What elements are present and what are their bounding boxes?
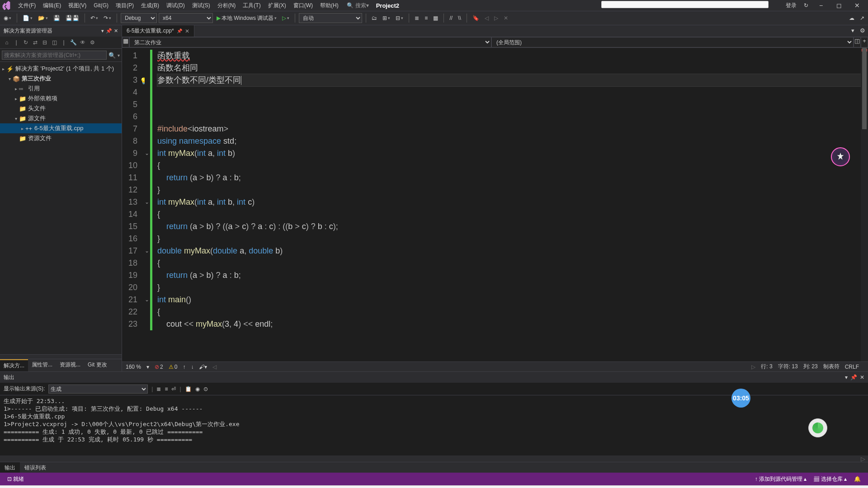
live-share-button[interactable]: ☁ (847, 13, 856, 23)
split-icon[interactable]: ◫ (854, 37, 861, 47)
uncomment-button[interactable]: \\ (456, 13, 463, 23)
close-tab-icon[interactable]: ✕ (185, 28, 189, 34)
select-repo-button[interactable]: ▦ 选择仓库 ▴ (810, 475, 850, 483)
indent-mode[interactable]: 制表符 (823, 363, 840, 371)
panel-pin-icon[interactable]: 📌 (106, 28, 112, 34)
refresh-icon[interactable]: ↻ (22, 38, 30, 47)
comment-out-button[interactable]: // (448, 13, 454, 23)
member-dropdown[interactable]: (全局范围) (491, 37, 854, 47)
project-node[interactable]: ▾📦第三次作业 (0, 74, 122, 84)
output-tab[interactable]: 输出 (0, 462, 20, 473)
menu-item[interactable]: 项目(P) (112, 2, 137, 9)
auto-dropdown[interactable]: 自动 (299, 13, 362, 23)
toolbox-button[interactable]: 🗂 (370, 13, 379, 23)
pin-icon[interactable]: 📌 (850, 374, 857, 380)
layout-button[interactable]: ⊞▾ (381, 13, 392, 23)
menu-item[interactable]: 分析(N) (214, 2, 240, 9)
editor-options-icon[interactable]: ▾ (849, 25, 857, 37)
scope-dropdown[interactable]: 第二次作业 (129, 37, 491, 47)
bookmark-button[interactable]: 🔖 (471, 13, 481, 23)
sync-icon[interactable]: ⇄ (31, 38, 39, 47)
home-icon[interactable]: ⌂ (3, 38, 11, 47)
platform-dropdown[interactable]: x64 (159, 13, 213, 23)
references-node[interactable]: ▸▫▫引用 (0, 84, 122, 94)
output-tab[interactable]: 错误列表 (20, 462, 51, 473)
indent-button[interactable]: ≣ (413, 13, 421, 23)
menu-item[interactable]: 工具(T) (239, 2, 264, 9)
menu-item[interactable]: 测试(S) (189, 2, 214, 9)
menu-item[interactable]: 窗口(W) (290, 2, 316, 9)
properties-icon[interactable]: 🔧 (69, 38, 77, 47)
search-area[interactable]: 🔍 搜索 ▾ (347, 2, 369, 9)
clear-icon[interactable]: ≣ (156, 386, 161, 392)
close-button[interactable]: ✕ (848, 0, 866, 11)
maximize-button[interactable]: ◻ (830, 0, 848, 11)
zoom-level[interactable]: 160 % (126, 364, 141, 370)
assistant-widget[interactable] (808, 418, 827, 437)
copilot-widget[interactable] (831, 147, 850, 166)
clock-icon[interactable]: ⊙ (203, 386, 208, 392)
resources-node[interactable]: 📁资源文件 (0, 133, 122, 143)
debug-button[interactable]: ▶本地 Windows 调试器▾ (215, 13, 278, 23)
open-button[interactable]: 📂▾ (36, 13, 50, 23)
external-deps-node[interactable]: ▸📁外部依赖项 (0, 94, 122, 103)
menu-item[interactable]: 帮助(H) (316, 2, 342, 9)
brush-icon[interactable]: 🖌▾ (199, 364, 207, 370)
scrollbar[interactable] (861, 48, 868, 361)
save-all-button[interactable]: 💾💾 (64, 13, 81, 23)
source-control-button[interactable]: ↑ 添加到源代码管理 ▴ (751, 475, 811, 483)
timer-widget[interactable]: 03:05 (731, 389, 750, 408)
minimize-button[interactable]: − (812, 0, 830, 11)
code-editor[interactable]: 123💡4567891011121314151617181920212223 ⌄… (122, 48, 868, 361)
solution-search-input[interactable] (2, 51, 107, 60)
sync-icon[interactable]: ↻ (800, 2, 812, 9)
nav-back-button[interactable]: ◉▾ (2, 13, 13, 23)
panel-tab[interactable]: 属性管... (28, 359, 56, 371)
feedback-button[interactable]: ↗ (858, 13, 866, 23)
redo-button[interactable]: ↷▾ (102, 13, 113, 23)
search-icon[interactable]: 🔍 (108, 52, 116, 59)
menu-item[interactable]: 调试(D) (163, 2, 189, 9)
panel-tab[interactable]: 解决方... (0, 359, 28, 371)
warning-indicator[interactable]: ⚠ 0 (169, 364, 178, 370)
editor-tab[interactable]: 6-5最大值重载.cpp* 📌 ✕ (122, 25, 194, 37)
source-file-node[interactable]: ▸++6-5最大值重载.cpp (0, 123, 122, 133)
notifications-icon[interactable]: 🔔 (850, 476, 864, 482)
clear-bookmark-button[interactable]: ✕ (502, 13, 510, 23)
save-button[interactable]: 💾 (52, 13, 62, 23)
menu-item[interactable]: 文件(F) (14, 2, 39, 9)
pin-icon[interactable]: 📌 (177, 28, 182, 33)
panel-close-icon[interactable]: ✕ (114, 28, 118, 34)
nav-up-icon[interactable]: ↑ (183, 364, 185, 370)
toggle-icon[interactable]: ≡ (165, 386, 168, 392)
login-link[interactable]: 登录 (782, 2, 800, 9)
filter-icon[interactable]: ⚙ (88, 38, 96, 47)
format-button[interactable]: ▦ (431, 13, 440, 23)
menu-item[interactable]: 扩展(X) (264, 2, 290, 9)
stop-icon[interactable]: ◉ (195, 386, 200, 392)
run-without-debug-button[interactable]: ▷▾ (280, 13, 291, 23)
menu-item[interactable]: 视图(V) (65, 2, 90, 9)
scroll-right-icon[interactable]: ▷ (751, 364, 755, 370)
editor-settings-icon[interactable]: ⚙ (857, 25, 868, 37)
new-item-button[interactable]: 📄▾ (21, 13, 34, 23)
scroll-left-icon[interactable]: ◁ (212, 364, 217, 370)
output-source-dropdown[interactable]: 生成 (48, 385, 148, 394)
next-bookmark-button[interactable]: ▷ (492, 13, 500, 23)
headers-node[interactable]: 📁头文件 (0, 103, 122, 113)
maximize-editor-icon[interactable]: + (861, 37, 868, 47)
menu-item[interactable]: 编辑(E) (39, 2, 65, 9)
word-wrap-icon[interactable]: ⏎ (171, 386, 176, 392)
panel-tab[interactable]: Git 更改 (84, 359, 111, 371)
menu-item[interactable]: Git(G) (90, 2, 112, 9)
show-all-icon[interactable]: ◫ (50, 38, 58, 47)
prev-bookmark-button[interactable]: ◁ (483, 13, 491, 23)
collapse-icon[interactable]: ⊟ (41, 38, 49, 47)
menu-item[interactable]: 生成(B) (137, 2, 163, 9)
panel-tab[interactable]: 资源视... (56, 359, 84, 371)
error-indicator[interactable]: ⊘ 2 (155, 364, 163, 370)
undo-button[interactable]: ↶▾ (89, 13, 100, 23)
line-ending[interactable]: CRLF (845, 364, 859, 370)
close-icon[interactable]: ✕ (860, 374, 864, 380)
sources-node[interactable]: ▾📁源文件 (0, 113, 122, 123)
